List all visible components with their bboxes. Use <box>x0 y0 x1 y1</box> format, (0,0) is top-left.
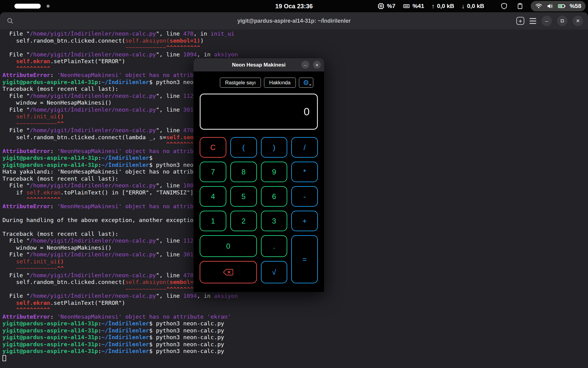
download-arrow-icon: ↓ <box>462 3 465 10</box>
key-5[interactable]: 5 <box>230 186 257 207</box>
chevron-down-icon <box>309 84 311 86</box>
net-download-indicator[interactable]: ↓ 0,0 kB <box>462 3 484 10</box>
download-rate: 0,0 kB <box>467 3 484 10</box>
terminal-line: File "/home/yigit/İndirilenler/neon-calc… <box>2 51 588 58</box>
terminal-line: File "/home/yigit/İndirilenler/neon-calc… <box>2 293 588 300</box>
terminal-title: yigit@pardus-aspire-al14-31p: ~/İndirile… <box>0 12 588 29</box>
key-4[interactable]: 4 <box>200 186 226 207</box>
key-subtract[interactable]: - <box>291 186 318 207</box>
key-sqrt[interactable]: √ <box>261 261 288 283</box>
cpu-percent: %7 <box>387 3 395 10</box>
key-8[interactable]: 8 <box>230 162 257 182</box>
calculator-display: 0 <box>200 94 318 130</box>
terminal-line: AttributeError: 'NeonHesapMakinesi' obje… <box>2 313 588 320</box>
terminal-line: yigit@pardus-aspire-al14-31p:~/İndirilen… <box>2 334 588 341</box>
minimize-button[interactable]: – <box>541 16 552 26</box>
maximize-icon <box>561 19 564 22</box>
system-status-area[interactable]: %58 <box>531 1 586 11</box>
terminal-line: yigit@pardus-aspire-al14-31p:~/İndirilen… <box>2 320 588 327</box>
volume-icon <box>546 3 554 10</box>
key-3[interactable]: 3 <box>261 211 288 231</box>
new-tab-button[interactable]: + <box>516 17 524 25</box>
battery-icon <box>558 2 566 10</box>
calculator-body: Rastgele sayı Hakkında ⚙ 0 C()/789*456-1… <box>194 71 324 292</box>
upload-rate: 0,0 kB <box>437 3 454 10</box>
shield-icon <box>501 2 507 10</box>
plus-icon: + <box>518 18 522 24</box>
close-button[interactable]: × <box>573 16 583 26</box>
clipboard-indicator[interactable] <box>517 2 523 10</box>
key-multiply[interactable]: * <box>291 162 318 182</box>
calculator-keypad: C()/789*456-123+0.=√ <box>200 137 318 283</box>
about-button[interactable]: Hakkında <box>264 78 296 88</box>
terminal-header: yigit@pardus-aspire-al14-31p: ~/İndirile… <box>0 12 588 29</box>
calc-minimize-button[interactable]: – <box>301 61 309 69</box>
calculator-titlebar[interactable]: Neon Hesap Makinesi – × <box>194 58 324 71</box>
settings-dropdown-button[interactable]: ⚙ <box>299 78 313 88</box>
net-upload-indicator[interactable]: ↑ 0,0 kB <box>432 3 454 10</box>
battery-percent: %58 <box>570 3 581 10</box>
ram-indicator[interactable]: %41 <box>403 2 424 10</box>
key-7[interactable]: 7 <box>200 162 226 182</box>
cpu-icon <box>377 2 385 10</box>
key-backspace[interactable] <box>200 261 257 283</box>
calc-close-button[interactable]: × <box>313 61 321 69</box>
cpu-indicator[interactable]: %7 <box>377 2 395 10</box>
terminal-line: self.ekran.setPlainText("ERROR") <box>2 300 588 307</box>
minimize-icon: – <box>545 17 548 24</box>
terminal-line: yigit@pardus-aspire-al14-31p:~/İndirilen… <box>2 327 588 334</box>
key-add[interactable]: + <box>291 211 318 231</box>
key-clear[interactable]: C <box>200 137 226 158</box>
close-icon: × <box>576 17 579 24</box>
shield-indicator[interactable] <box>501 2 507 10</box>
gear-icon: ⚙ <box>303 79 309 86</box>
wifi-icon <box>535 3 542 10</box>
upload-arrow-icon: ↑ <box>432 3 435 10</box>
top-bar: 19 Oca 23:36 %7 %41 ↑ 0,0 <box>0 0 588 12</box>
maximize-button[interactable] <box>557 16 567 26</box>
key-0[interactable]: 0 <box>200 235 257 257</box>
terminal-window-controls: + – × <box>516 12 583 29</box>
terminal-line: File "/home/yigit/İndirilenler/neon-calc… <box>2 30 588 37</box>
key-9[interactable]: 9 <box>261 162 288 182</box>
key-decimal[interactable]: . <box>261 235 288 257</box>
calculator-toolbar: Rastgele sayı Hakkında ⚙ <box>220 78 313 88</box>
ram-icon <box>403 2 410 10</box>
terminal-line: ~~~~~~~~~~~~^^^^^^^^^^ <box>2 44 588 51</box>
key-close-paren[interactable]: ) <box>261 137 288 158</box>
menu-button[interactable] <box>530 18 536 24</box>
random-number-button[interactable]: Rastgele sayı <box>220 78 261 88</box>
backspace-icon <box>223 269 234 276</box>
desktop: 19 Oca 23:36 %7 %41 ↑ 0,0 <box>0 0 588 368</box>
key-divide[interactable]: / <box>291 137 318 158</box>
terminal-line: yigit@pardus-aspire-al14-31p:~/İndirilen… <box>2 348 588 355</box>
clipboard-icon <box>517 2 523 10</box>
key-1[interactable]: 1 <box>200 211 226 231</box>
terminal-line: yigit@pardus-aspire-al14-31p:~/İndirilen… <box>2 341 588 348</box>
calculator-window: Neon Hesap Makinesi – × Rastgele sayı Ha… <box>194 58 324 292</box>
terminal-line <box>2 355 588 362</box>
close-icon: × <box>316 62 318 67</box>
key-2[interactable]: 2 <box>230 211 257 231</box>
key-equals[interactable]: = <box>291 235 318 283</box>
terminal-cursor <box>2 355 6 361</box>
status-indicators: %7 %41 ↑ 0,0 kB ↓ 0,0 kB <box>377 0 586 12</box>
key-open-paren[interactable]: ( <box>230 137 257 158</box>
terminal-line: ^^^^^^^^^^ <box>2 306 588 313</box>
minimize-icon: – <box>304 62 307 67</box>
ram-percent: %41 <box>413 3 424 10</box>
terminal-line: self.random_btn.clicked.connect(self.aks… <box>2 37 588 44</box>
key-6[interactable]: 6 <box>261 186 288 207</box>
